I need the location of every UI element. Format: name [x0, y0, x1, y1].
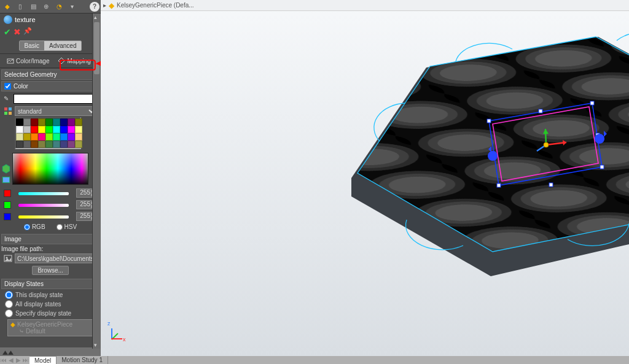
color-swatch-grid[interactable] [15, 117, 81, 149]
radio-this-display-state[interactable]: This display state [5, 290, 96, 300]
pin-icon[interactable]: 📌 [23, 27, 32, 37]
bottom-tab-bar: ⏮◀▶⏭ Model Motion Study 1 [0, 356, 629, 364]
swatch-cell[interactable] [38, 118, 45, 126]
svg-rect-22 [549, 183, 553, 187]
channel-chip-green [4, 201, 11, 209]
swatch-cell[interactable] [23, 118, 31, 126]
section-selected-geometry[interactable]: Selected Geometry ⌄ [1, 69, 100, 80]
radio-all-display-states[interactable]: All display states [5, 300, 96, 309]
pill-advanced[interactable]: Advanced [44, 41, 81, 50]
image-path-input[interactable] [15, 254, 97, 263]
radio-specify-display-state[interactable]: Specify display state [5, 309, 96, 318]
fm-tab-1-icon[interactable]: ◆ [1, 1, 14, 12]
swatch-cell[interactable] [31, 126, 38, 133]
swatch-cell[interactable] [38, 141, 45, 148]
swatch-cell[interactable] [68, 141, 75, 148]
eyedropper-icon[interactable]: ✎ [4, 95, 11, 103]
panel-scrollbar[interactable] [92, 14, 101, 349]
swatch-cell[interactable] [53, 126, 60, 133]
svg-point-7 [6, 257, 8, 259]
swatch-cell[interactable] [53, 141, 60, 148]
color-mode-hsv[interactable]: HSV [57, 223, 77, 230]
swatch-cell[interactable] [68, 133, 75, 141]
svg-rect-17 [590, 101, 594, 105]
color-image-icon [7, 57, 14, 64]
swatch-cell[interactable] [75, 126, 82, 133]
swatch-cell[interactable] [60, 141, 68, 148]
current-color-preview[interactable] [14, 94, 97, 104]
fm-tab-4-icon[interactable]: ⊕ [40, 1, 52, 12]
browse-button[interactable]: Browse... [32, 266, 69, 275]
color-gradient-picker[interactable] [12, 153, 88, 185]
tab-model[interactable]: Model [29, 356, 57, 365]
color-mode-rgb[interactable]: RGB [24, 223, 45, 230]
swatch-cell[interactable] [53, 118, 60, 126]
confirm-cancel-icon[interactable]: ✖ [14, 27, 21, 37]
swatch-cell[interactable] [16, 118, 23, 126]
svg-marker-9 [8, 350, 14, 355]
channel-chip-red [4, 190, 11, 197]
swatch-cell[interactable] [60, 126, 68, 133]
svg-rect-2 [9, 107, 12, 110]
swatch-cell[interactable] [68, 118, 75, 126]
tab-nav-buttons[interactable]: ⏮◀▶⏭ [0, 357, 29, 363]
breadcrumb-item[interactable]: KelseyGenericPiece (Defa... [117, 2, 194, 9]
panel-resize-grip[interactable] [0, 347, 101, 356]
appearance-sphere-icon [4, 15, 12, 24]
confirm-ok-icon[interactable]: ✔ [4, 27, 11, 37]
fm-tab-5-icon[interactable]: ◔ [53, 1, 65, 12]
swatch-cell[interactable] [75, 133, 82, 141]
tab-color-image[interactable]: Color/Image [2, 55, 53, 66]
fm-tab-2-icon[interactable]: ▯ [14, 1, 26, 12]
help-icon[interactable]: ? [90, 2, 100, 12]
section-image[interactable]: Image ⌃ [1, 234, 100, 244]
apply-to-face-icon[interactable] [1, 175, 11, 185]
color-enable-checkbox[interactable] [4, 83, 11, 90]
pill-basic[interactable]: Basic [20, 41, 44, 50]
svg-point-29 [544, 142, 549, 147]
green-slider[interactable] [12, 201, 75, 209]
section-display-states[interactable]: Display States ⌃ [1, 279, 100, 289]
svg-rect-5 [2, 177, 9, 182]
swatch-cell[interactable] [45, 118, 53, 126]
swatch-cell[interactable] [31, 133, 38, 141]
section-color[interactable]: Color ⌃ [1, 81, 100, 91]
swatch-cell[interactable] [75, 141, 82, 148]
tab-motion-study[interactable]: Motion Study 1 [57, 356, 108, 364]
swatch-cell[interactable] [38, 133, 45, 141]
swatch-cell[interactable] [31, 118, 38, 126]
appearance-target-icons [1, 164, 11, 185]
fm-tab-3-icon[interactable]: ▤ [27, 1, 39, 12]
svg-rect-20 [539, 109, 542, 113]
crumb-arrow-icon[interactable]: ▸ [103, 2, 106, 9]
swatch-set-dropdown[interactable]: standard [15, 106, 97, 116]
swatch-cell[interactable] [31, 141, 38, 148]
swatch-cell[interactable] [53, 133, 60, 141]
swatch-cell[interactable] [23, 133, 31, 141]
scrollbar-thumb[interactable] [94, 22, 100, 74]
swatch-cell[interactable] [23, 141, 31, 148]
swatch-cell[interactable] [75, 118, 82, 126]
display-state-tree[interactable]: ◆KelseyGenericPiece ⤷Default [7, 319, 97, 336]
swatch-cell[interactable] [60, 133, 68, 141]
swatch-cell[interactable] [16, 133, 23, 141]
swatch-cell[interactable] [38, 126, 45, 133]
svg-rect-4 [9, 112, 12, 115]
swatch-cell[interactable] [45, 133, 53, 141]
red-slider[interactable] [12, 189, 75, 198]
swatch-cell[interactable] [68, 126, 75, 133]
tab-mapping[interactable]: Mapping [53, 55, 95, 66]
swatch-cell[interactable] [16, 126, 23, 133]
apply-to-part-icon[interactable] [1, 164, 11, 174]
swatch-cell[interactable] [60, 118, 68, 126]
swatch-cell[interactable] [45, 126, 53, 133]
swatch-cell[interactable] [23, 126, 31, 133]
swatch-cell[interactable] [16, 141, 23, 148]
appearance-property-panel: ◆ ▯ ▤ ⊕ ◔ ▾ ? texture ✔ ✖ 📌 Basic Advanc… [0, 0, 101, 356]
swatch-cell[interactable] [45, 141, 53, 148]
basic-advanced-toggle[interactable]: Basic Advanced [19, 41, 82, 51]
graphics-viewport[interactable]: ▸ ◆ KelseyGenericPiece (Defa... [101, 0, 629, 356]
orientation-triad[interactable]: z x [109, 322, 129, 341]
fm-tab-6-icon[interactable]: ▾ [66, 1, 78, 12]
blue-slider[interactable] [12, 212, 75, 221]
